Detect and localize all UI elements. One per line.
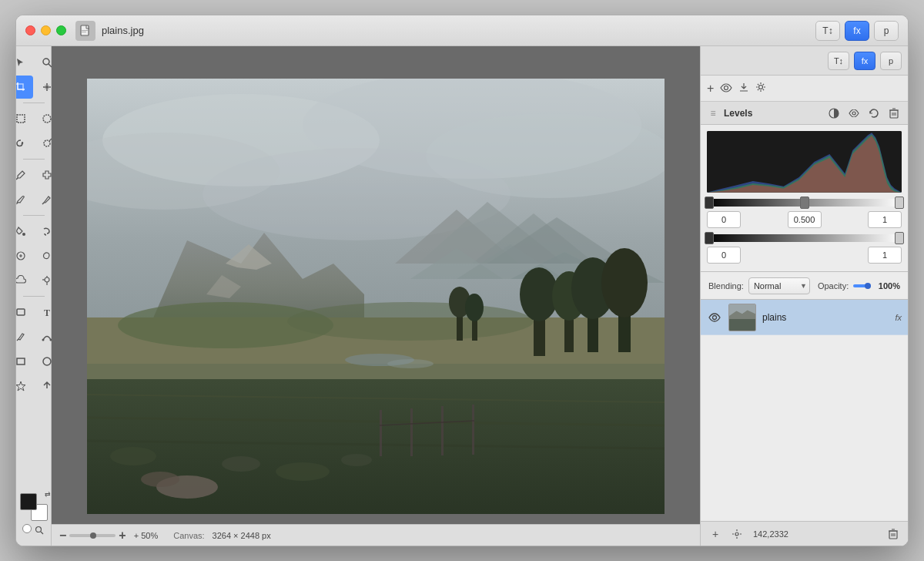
input-levels-slider[interactable]	[707, 199, 902, 207]
fg-bg-colors[interactable]: ⇄	[20, 493, 48, 521]
fx-title-btn[interactable]: fx	[845, 21, 869, 41]
file-icon	[75, 21, 95, 41]
svg-rect-15	[17, 309, 25, 315]
pen2-tool[interactable]	[16, 325, 33, 348]
add-layer-btn[interactable]: +	[707, 82, 714, 96]
delete-layer-btn[interactable]	[885, 526, 902, 543]
output-white-value[interactable]: 1	[868, 247, 902, 264]
svg-point-7	[44, 140, 50, 146]
svg-point-45	[287, 302, 534, 341]
svg-point-22	[35, 527, 41, 532]
layers-settings-btn[interactable]	[728, 526, 745, 543]
bucket-tool[interactable]	[16, 220, 33, 243]
output-black-point[interactable]	[705, 232, 714, 244]
svg-line-8	[16, 178, 18, 180]
levels-reset-btn[interactable]	[866, 106, 882, 121]
svg-marker-21	[16, 381, 25, 391]
zoom-controls: − +	[59, 529, 126, 543]
brush-tool[interactable]	[16, 188, 33, 211]
zoom-tool2[interactable]	[33, 524, 45, 536]
output-levels-slider[interactable]	[707, 234, 902, 242]
panel-fx-btn[interactable]: fx	[854, 52, 875, 70]
layer-fx-label[interactable]: fx	[895, 313, 902, 322]
star-tool[interactable]	[16, 375, 33, 398]
blending-row: Blending: Normal ▼ Opacity: 100%	[701, 272, 908, 300]
levels-expand-btn[interactable]: ≡	[707, 107, 719, 119]
levels-delete-btn[interactable]	[886, 106, 902, 121]
levels-contrast-btn[interactable]	[826, 106, 842, 121]
ellipse-shape-tool[interactable]	[16, 350, 33, 373]
title-bar-controls: T↕ fx p	[815, 21, 899, 41]
arrow-tool[interactable]	[16, 51, 33, 74]
svg-text:T: T	[44, 307, 50, 317]
dodge-tool[interactable]	[16, 244, 33, 267]
levels-input-values: 0 0.500 1	[701, 208, 908, 231]
close-button[interactable]	[25, 25, 35, 35]
minimize-button[interactable]	[41, 25, 51, 35]
blending-label: Blending:	[708, 281, 744, 291]
svg-rect-65	[410, 408, 413, 456]
levels-title: Levels	[724, 108, 822, 119]
opacity-label: Opacity:	[818, 281, 849, 291]
layer-name: plains	[762, 312, 889, 323]
output-white-point[interactable]	[895, 232, 904, 244]
lasso-tool[interactable]	[16, 132, 33, 155]
input-mid-value[interactable]: 0.500	[788, 211, 822, 228]
traffic-lights	[25, 25, 66, 35]
svg-point-74	[341, 454, 372, 466]
input-black-value[interactable]: 0	[707, 211, 741, 228]
fg-color-swatch[interactable]	[20, 493, 37, 510]
svg-point-59	[387, 359, 434, 368]
clouds-tool[interactable]	[16, 269, 33, 292]
svg-point-85	[713, 315, 717, 319]
title-bar: plains.jpg T↕ fx p	[16, 15, 908, 46]
left-toolbar: T	[16, 46, 52, 546]
input-mid-point[interactable]	[800, 197, 809, 209]
panel-p-btn[interactable]: p	[880, 52, 902, 70]
svg-point-89	[735, 532, 738, 536]
layers-footer: + 142,2332	[701, 521, 908, 546]
panel-text-btn[interactable]: T↕	[828, 52, 849, 70]
maximize-button[interactable]	[56, 25, 66, 35]
input-white-value[interactable]: 1	[868, 211, 902, 228]
svg-point-72	[222, 456, 260, 472]
canvas-area: − + + 50% Canvas: 3264 × 2448 px	[52, 46, 700, 546]
reset-colors-btn[interactable]	[22, 524, 32, 533]
p-title-btn[interactable]: p	[874, 21, 899, 41]
levels-eye-btn[interactable]	[846, 106, 862, 121]
add-layer-footer-btn[interactable]: +	[707, 526, 724, 543]
settings-btn[interactable]	[755, 82, 766, 95]
color-area: ⇄	[20, 493, 48, 541]
input-white-point[interactable]	[895, 197, 904, 209]
svg-point-17	[42, 339, 44, 341]
opacity-slider[interactable]	[853, 284, 871, 287]
svg-point-73	[276, 462, 330, 481]
layer-item[interactable]: plains fx	[701, 300, 908, 335]
blending-mode-select[interactable]: Normal	[748, 277, 810, 294]
layer-coords: 142,2332	[753, 529, 788, 539]
rect-select-tool[interactable]	[16, 107, 33, 130]
output-black-value[interactable]: 0	[707, 247, 741, 264]
download-btn[interactable]	[738, 82, 749, 95]
landscape-image	[87, 79, 665, 514]
opacity-thumb[interactable]	[865, 283, 871, 289]
image-container	[87, 79, 665, 514]
input-black-point[interactable]	[705, 197, 714, 209]
zoom-plus-btn[interactable]: +	[119, 529, 126, 543]
eyedropper-tool[interactable]	[16, 163, 33, 186]
visibility-btn[interactable]	[720, 82, 732, 95]
svg-point-77	[759, 86, 763, 89]
zoom-slider[interactable]	[69, 534, 116, 537]
crop-tool[interactable]	[16, 76, 33, 99]
text-tool-title-btn[interactable]: T↕	[815, 21, 840, 41]
layer-visibility-btn[interactable]	[707, 310, 722, 325]
zoom-minus-btn[interactable]: −	[59, 529, 66, 543]
blending-select-wrap[interactable]: Normal ▼	[748, 277, 810, 294]
zoom-percent: + 50%	[134, 531, 159, 540]
levels-header: ≡ Levels	[701, 102, 908, 125]
right-panel: T↕ fx p + ≡ Leve	[700, 46, 908, 546]
rect-shape-tool[interactable]	[16, 301, 33, 324]
opacity-value: 100%	[879, 281, 900, 291]
svg-line-4	[49, 64, 52, 67]
swap-colors-btn[interactable]: ⇄	[45, 490, 51, 498]
